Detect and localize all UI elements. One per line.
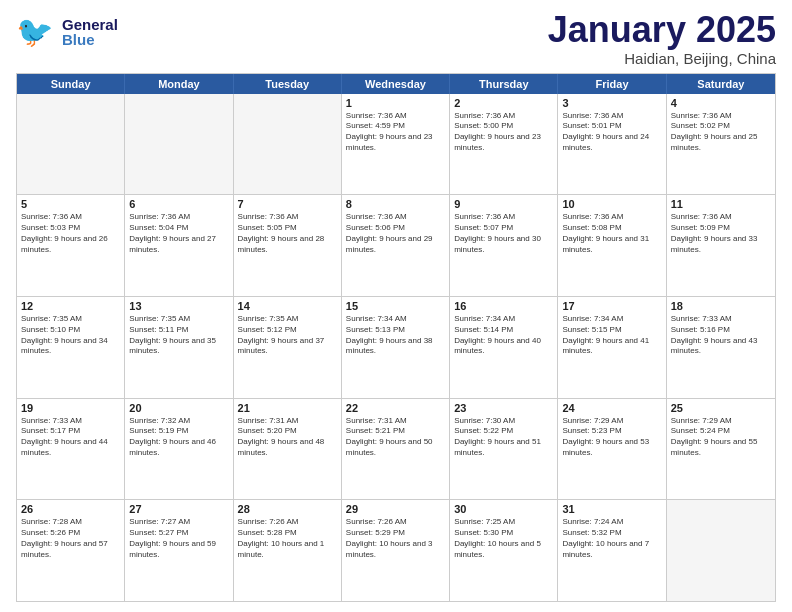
day-number-18: 18 — [671, 300, 771, 312]
calendar-body: 1Sunrise: 7:36 AM Sunset: 4:59 PM Daylig… — [17, 94, 775, 601]
empty-cell-0-2 — [234, 94, 342, 195]
day-number-3: 3 — [562, 97, 661, 109]
day-info-3: Sunrise: 7:36 AM Sunset: 5:01 PM Dayligh… — [562, 111, 661, 154]
calendar-row-3: 12Sunrise: 7:35 AM Sunset: 5:10 PM Dayli… — [17, 297, 775, 399]
day-31: 31Sunrise: 7:24 AM Sunset: 5:32 PM Dayli… — [558, 500, 666, 601]
day-number-10: 10 — [562, 198, 661, 210]
day-number-12: 12 — [21, 300, 120, 312]
day-14: 14Sunrise: 7:35 AM Sunset: 5:12 PM Dayli… — [234, 297, 342, 398]
day-info-28: Sunrise: 7:26 AM Sunset: 5:28 PM Dayligh… — [238, 517, 337, 560]
day-number-9: 9 — [454, 198, 553, 210]
header-saturday: Saturday — [667, 74, 775, 94]
day-number-23: 23 — [454, 402, 553, 414]
day-3: 3Sunrise: 7:36 AM Sunset: 5:01 PM Daylig… — [558, 94, 666, 195]
day-number-16: 16 — [454, 300, 553, 312]
day-info-10: Sunrise: 7:36 AM Sunset: 5:08 PM Dayligh… — [562, 212, 661, 255]
day-6: 6Sunrise: 7:36 AM Sunset: 5:04 PM Daylig… — [125, 195, 233, 296]
header-friday: Friday — [558, 74, 666, 94]
day-info-19: Sunrise: 7:33 AM Sunset: 5:17 PM Dayligh… — [21, 416, 120, 459]
day-info-23: Sunrise: 7:30 AM Sunset: 5:22 PM Dayligh… — [454, 416, 553, 459]
title-block: January 2025 Haidian, Beijing, China — [548, 10, 776, 67]
day-number-2: 2 — [454, 97, 553, 109]
calendar: Sunday Monday Tuesday Wednesday Thursday… — [16, 73, 776, 602]
day-24: 24Sunrise: 7:29 AM Sunset: 5:23 PM Dayli… — [558, 399, 666, 500]
day-info-15: Sunrise: 7:34 AM Sunset: 5:13 PM Dayligh… — [346, 314, 445, 357]
day-info-18: Sunrise: 7:33 AM Sunset: 5:16 PM Dayligh… — [671, 314, 771, 357]
day-number-19: 19 — [21, 402, 120, 414]
day-number-5: 5 — [21, 198, 120, 210]
day-info-2: Sunrise: 7:36 AM Sunset: 5:00 PM Dayligh… — [454, 111, 553, 154]
day-17: 17Sunrise: 7:34 AM Sunset: 5:15 PM Dayli… — [558, 297, 666, 398]
day-info-20: Sunrise: 7:32 AM Sunset: 5:19 PM Dayligh… — [129, 416, 228, 459]
day-7: 7Sunrise: 7:36 AM Sunset: 5:05 PM Daylig… — [234, 195, 342, 296]
day-number-25: 25 — [671, 402, 771, 414]
day-number-4: 4 — [671, 97, 771, 109]
day-number-7: 7 — [238, 198, 337, 210]
day-number-22: 22 — [346, 402, 445, 414]
empty-cell-0-1 — [125, 94, 233, 195]
day-number-24: 24 — [562, 402, 661, 414]
calendar-row-2: 5Sunrise: 7:36 AM Sunset: 5:03 PM Daylig… — [17, 195, 775, 297]
calendar-row-5: 26Sunrise: 7:28 AM Sunset: 5:26 PM Dayli… — [17, 500, 775, 601]
day-4: 4Sunrise: 7:36 AM Sunset: 5:02 PM Daylig… — [667, 94, 775, 195]
day-1: 1Sunrise: 7:36 AM Sunset: 4:59 PM Daylig… — [342, 94, 450, 195]
day-23: 23Sunrise: 7:30 AM Sunset: 5:22 PM Dayli… — [450, 399, 558, 500]
day-info-14: Sunrise: 7:35 AM Sunset: 5:12 PM Dayligh… — [238, 314, 337, 357]
day-info-6: Sunrise: 7:36 AM Sunset: 5:04 PM Dayligh… — [129, 212, 228, 255]
header-monday: Monday — [125, 74, 233, 94]
day-18: 18Sunrise: 7:33 AM Sunset: 5:16 PM Dayli… — [667, 297, 775, 398]
day-info-30: Sunrise: 7:25 AM Sunset: 5:30 PM Dayligh… — [454, 517, 553, 560]
day-info-8: Sunrise: 7:36 AM Sunset: 5:06 PM Dayligh… — [346, 212, 445, 255]
logo-blue: Blue — [62, 32, 118, 47]
day-info-13: Sunrise: 7:35 AM Sunset: 5:11 PM Dayligh… — [129, 314, 228, 357]
day-13: 13Sunrise: 7:35 AM Sunset: 5:11 PM Dayli… — [125, 297, 233, 398]
day-22: 22Sunrise: 7:31 AM Sunset: 5:21 PM Dayli… — [342, 399, 450, 500]
month-title: January 2025 — [548, 10, 776, 50]
day-number-27: 27 — [129, 503, 228, 515]
header: 🐦 General Blue January 2025 Haidian, Bei… — [16, 10, 776, 67]
day-26: 26Sunrise: 7:28 AM Sunset: 5:26 PM Dayli… — [17, 500, 125, 601]
header-thursday: Thursday — [450, 74, 558, 94]
day-number-15: 15 — [346, 300, 445, 312]
day-info-26: Sunrise: 7:28 AM Sunset: 5:26 PM Dayligh… — [21, 517, 120, 560]
day-29: 29Sunrise: 7:26 AM Sunset: 5:29 PM Dayli… — [342, 500, 450, 601]
day-number-11: 11 — [671, 198, 771, 210]
day-19: 19Sunrise: 7:33 AM Sunset: 5:17 PM Dayli… — [17, 399, 125, 500]
day-number-20: 20 — [129, 402, 228, 414]
day-2: 2Sunrise: 7:36 AM Sunset: 5:00 PM Daylig… — [450, 94, 558, 195]
day-number-17: 17 — [562, 300, 661, 312]
day-16: 16Sunrise: 7:34 AM Sunset: 5:14 PM Dayli… — [450, 297, 558, 398]
calendar-header: Sunday Monday Tuesday Wednesday Thursday… — [17, 74, 775, 94]
day-number-29: 29 — [346, 503, 445, 515]
location-title: Haidian, Beijing, China — [548, 50, 776, 67]
day-info-24: Sunrise: 7:29 AM Sunset: 5:23 PM Dayligh… — [562, 416, 661, 459]
svg-text:🐦: 🐦 — [16, 14, 54, 50]
day-info-11: Sunrise: 7:36 AM Sunset: 5:09 PM Dayligh… — [671, 212, 771, 255]
day-25: 25Sunrise: 7:29 AM Sunset: 5:24 PM Dayli… — [667, 399, 775, 500]
day-number-26: 26 — [21, 503, 120, 515]
day-10: 10Sunrise: 7:36 AM Sunset: 5:08 PM Dayli… — [558, 195, 666, 296]
logo: 🐦 General Blue — [16, 10, 118, 54]
day-info-1: Sunrise: 7:36 AM Sunset: 4:59 PM Dayligh… — [346, 111, 445, 154]
empty-cell-4-6 — [667, 500, 775, 601]
day-number-28: 28 — [238, 503, 337, 515]
header-sunday: Sunday — [17, 74, 125, 94]
header-wednesday: Wednesday — [342, 74, 450, 94]
day-11: 11Sunrise: 7:36 AM Sunset: 5:09 PM Dayli… — [667, 195, 775, 296]
day-info-25: Sunrise: 7:29 AM Sunset: 5:24 PM Dayligh… — [671, 416, 771, 459]
day-number-21: 21 — [238, 402, 337, 414]
day-info-27: Sunrise: 7:27 AM Sunset: 5:27 PM Dayligh… — [129, 517, 228, 560]
day-info-9: Sunrise: 7:36 AM Sunset: 5:07 PM Dayligh… — [454, 212, 553, 255]
day-28: 28Sunrise: 7:26 AM Sunset: 5:28 PM Dayli… — [234, 500, 342, 601]
day-info-5: Sunrise: 7:36 AM Sunset: 5:03 PM Dayligh… — [21, 212, 120, 255]
day-27: 27Sunrise: 7:27 AM Sunset: 5:27 PM Dayli… — [125, 500, 233, 601]
day-21: 21Sunrise: 7:31 AM Sunset: 5:20 PM Dayli… — [234, 399, 342, 500]
day-12: 12Sunrise: 7:35 AM Sunset: 5:10 PM Dayli… — [17, 297, 125, 398]
logo-bird-icon: 🐦 — [16, 10, 60, 54]
day-number-8: 8 — [346, 198, 445, 210]
day-number-6: 6 — [129, 198, 228, 210]
logo-wordmark: General Blue — [62, 17, 118, 47]
day-number-30: 30 — [454, 503, 553, 515]
day-info-31: Sunrise: 7:24 AM Sunset: 5:32 PM Dayligh… — [562, 517, 661, 560]
day-info-4: Sunrise: 7:36 AM Sunset: 5:02 PM Dayligh… — [671, 111, 771, 154]
